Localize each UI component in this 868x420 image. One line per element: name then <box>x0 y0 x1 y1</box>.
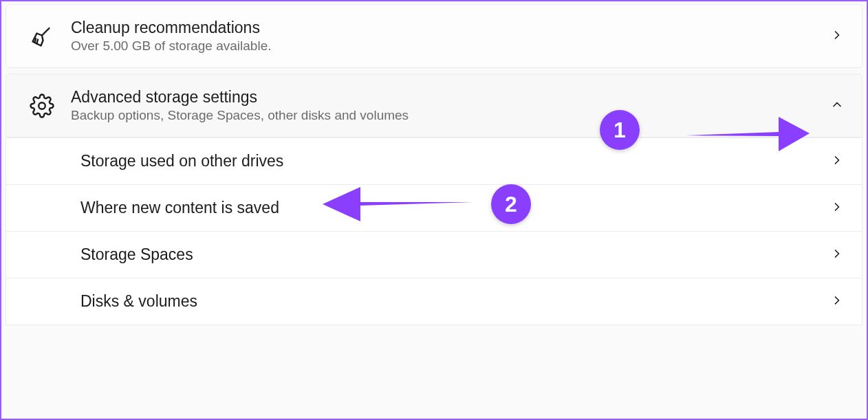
annotation-badge-1-text: 1 <box>614 118 626 143</box>
chevron-right-icon <box>830 247 844 263</box>
cleanup-title: Cleanup recommendations <box>71 19 830 37</box>
disks-volumes-row[interactable]: Disks & volumes <box>6 278 862 325</box>
chevron-right-icon <box>830 28 844 45</box>
broom-icon <box>13 24 71 49</box>
where-new-content-label: Where new content is saved <box>80 199 279 217</box>
storage-settings-panel: Cleanup recommendations Over 5.00 GB of … <box>1 1 867 325</box>
advanced-title: Advanced storage settings <box>71 88 830 107</box>
storage-spaces-row[interactable]: Storage Spaces <box>6 232 862 278</box>
storage-spaces-label: Storage Spaces <box>80 245 193 264</box>
annotation-badge-2-text: 2 <box>505 192 517 217</box>
chevron-right-icon <box>830 294 844 310</box>
chevron-right-icon <box>830 200 844 217</box>
svg-point-0 <box>39 102 45 109</box>
annotation-badge-2: 2 <box>491 184 531 224</box>
storage-other-drives-label: Storage used on other drives <box>80 152 283 170</box>
annotation-badge-1: 1 <box>600 110 640 150</box>
cleanup-recommendations-row[interactable]: Cleanup recommendations Over 5.00 GB of … <box>6 4 862 68</box>
chevron-right-icon <box>830 153 844 170</box>
disks-volumes-label: Disks & volumes <box>80 292 197 311</box>
annotation-arrow-left <box>319 181 477 229</box>
chevron-up-icon <box>830 98 844 114</box>
cleanup-text: Cleanup recommendations Over 5.00 GB of … <box>71 19 830 54</box>
cleanup-subtitle: Over 5.00 GB of storage available. <box>71 38 830 54</box>
annotation-arrow-right <box>682 111 813 159</box>
gear-icon <box>13 93 71 118</box>
